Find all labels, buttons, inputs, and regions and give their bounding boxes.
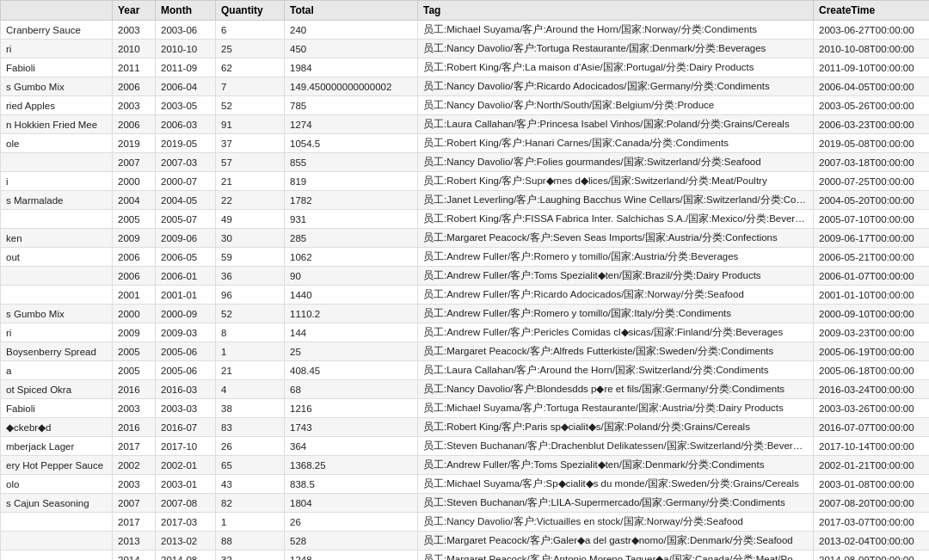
cell-month: 2003-01 [156,475,216,494]
cell-name: ot Spiced Okra [1,380,113,399]
table-row: Fabioli20032003-03381216员工:Michael Suyam… [1,399,930,418]
cell-create: 2013-02-04T00:00:00 [814,532,930,551]
cell-total: 1216 [285,399,418,418]
cell-tag: 员工:Laura Callahan/客户:Princesa Isabel Vin… [418,115,814,134]
table-row: s Gumbo Mix20062006-047149.4500000000000… [1,77,930,96]
cell-month: 2000-09 [156,305,216,323]
cell-year: 2014 [113,551,156,561]
cell-month: 2000-07 [156,172,216,191]
cell-total: 25 [285,342,418,361]
cell-total: 1743 [285,418,418,437]
cell-tag: 员工:Nancy Davolio/客户:Victuailles en stock… [418,513,814,532]
cell-month: 2016-07 [156,418,216,437]
cell-qty: 8 [216,323,285,342]
table-row: n Hokkien Fried Mee20062006-03911274员工:L… [1,115,930,134]
cell-year: 2002 [113,456,156,475]
cell-tag: 员工:Margaret Peacock/客户:Seven Seas Import… [418,229,814,248]
cell-total: 450 [285,40,418,58]
cell-name [1,551,113,561]
cell-year: 2001 [113,286,156,305]
cell-tag: 员工:Nancy Davolio/客户:Tortuga Restaurante/… [418,40,814,58]
cell-tag: 员工:Robert King/客户:Paris sp◆cialit◆s/国家:P… [418,418,814,437]
cell-month: 2002-01 [156,456,216,475]
cell-month: 2001-01 [156,286,216,305]
cell-tag: 员工:Michael Suyama/客户:Sp◆cialit◆s du mond… [418,475,814,494]
cell-year: 2000 [113,305,156,323]
table-row: ried Apples20032003-0552785员工:Nancy Davo… [1,96,930,115]
cell-month: 2003-06 [156,21,216,40]
cell-tag: 员工:Janet Leverling/客户:Laughing Bacchus W… [418,191,814,210]
cell-create: 2014-08-09T00:00:00 [814,551,930,561]
cell-month: 2010-10 [156,40,216,58]
cell-month: 2004-05 [156,191,216,210]
cell-total: 240 [285,21,418,40]
cell-total: 1248 [285,551,418,561]
cell-create: 2017-03-07T00:00:00 [814,513,930,532]
cell-create: 2005-06-19T00:00:00 [814,342,930,361]
cell-tag: 员工:Robert King/客户:FISSA Fabrica Inter. S… [418,210,814,229]
cell-month: 2007-03 [156,153,216,172]
table-row: ken20092009-0630285员工:Margaret Peacock/客… [1,229,930,248]
cell-month: 2017-03 [156,513,216,532]
cell-qty: 52 [216,305,285,323]
cell-create: 2000-09-10T00:00:00 [814,305,930,323]
col-header-quantity[interactable]: Quantity [216,1,285,21]
cell-total: 90 [285,267,418,286]
col-header-total[interactable]: Total [285,1,418,21]
cell-create: 2009-06-17T00:00:00 [814,229,930,248]
cell-total: 1782 [285,191,418,210]
cell-year: 2011 [113,58,156,77]
cell-month: 2011-09 [156,58,216,77]
table-row: out20062006-05591062员工:Andrew Fuller/客户:… [1,248,930,267]
cell-tag: 员工:Margaret Peacock/客户:Galer◆a del gastr… [418,532,814,551]
cell-name: ole [1,134,113,153]
cell-tag: 员工:Michael Suyama/客户:Around the Horn/国家:… [418,21,814,40]
cell-tag: 员工:Steven Buchanan/客户:Drachenblut Delika… [418,437,814,456]
table-row: Boysenberry Spread20052005-06125员工:Marga… [1,342,930,361]
cell-tag: 员工:Andrew Fuller/客户:Pericles Comidas cl◆… [418,323,814,342]
cell-total: 1984 [285,58,418,77]
table-row: ole20192019-05371054.5员工:Robert King/客户:… [1,134,930,153]
table-row: s Cajun Seasoning20072007-08821804员工:Ste… [1,494,930,513]
cell-name: Boysenberry Spread [1,342,113,361]
cell-year: 2005 [113,342,156,361]
cell-qty: 91 [216,115,285,134]
cell-month: 2009-03 [156,323,216,342]
cell-create: 2000-07-25T00:00:00 [814,172,930,191]
cell-year: 2017 [113,513,156,532]
cell-total: 1804 [285,494,418,513]
cell-name [1,513,113,532]
cell-create: 2017-10-14T00:00:00 [814,437,930,456]
cell-tag: 员工:Nancy Davolio/客户:North/South/国家:Belgi… [418,96,814,115]
cell-year: 2009 [113,229,156,248]
cell-create: 2007-03-18T00:00:00 [814,153,930,172]
cell-qty: 21 [216,361,285,380]
cell-year: 2007 [113,494,156,513]
cell-qty: 57 [216,153,285,172]
col-header-createtime[interactable]: CreateTime [814,1,930,21]
cell-qty: 52 [216,96,285,115]
cell-qty: 65 [216,456,285,475]
cell-create: 2007-08-20T00:00:00 [814,494,930,513]
col-header-year[interactable]: Year [113,1,156,21]
table-row: Fabioli20112011-09621984员工:Robert King/客… [1,58,930,77]
cell-total: 1054.5 [285,134,418,153]
col-header-tag[interactable]: Tag [418,1,814,21]
cell-qty: 49 [216,210,285,229]
table-row: s Marmalade20042004-05221782员工:Janet Lev… [1,191,930,210]
cell-total: 931 [285,210,418,229]
cell-month: 2006-05 [156,248,216,267]
cell-qty: 37 [216,134,285,153]
table-body: Cranberry Sauce20032003-066240员工:Michael… [1,21,930,561]
cell-qty: 6 [216,21,285,40]
data-table-container[interactable]: Year Month Quantity Total Tag CreateTime… [0,0,929,560]
cell-name: s Gumbo Mix [1,305,113,323]
col-header-month[interactable]: Month [156,1,216,21]
table-row: 20142014-08321248员工:Margaret Peacock/客户:… [1,551,930,561]
cell-year: 2005 [113,361,156,380]
cell-create: 2003-06-27T00:00:00 [814,21,930,40]
cell-name [1,210,113,229]
cell-create: 2011-09-10T00:00:00 [814,58,930,77]
cell-qty: 36 [216,267,285,286]
cell-year: 2003 [113,21,156,40]
